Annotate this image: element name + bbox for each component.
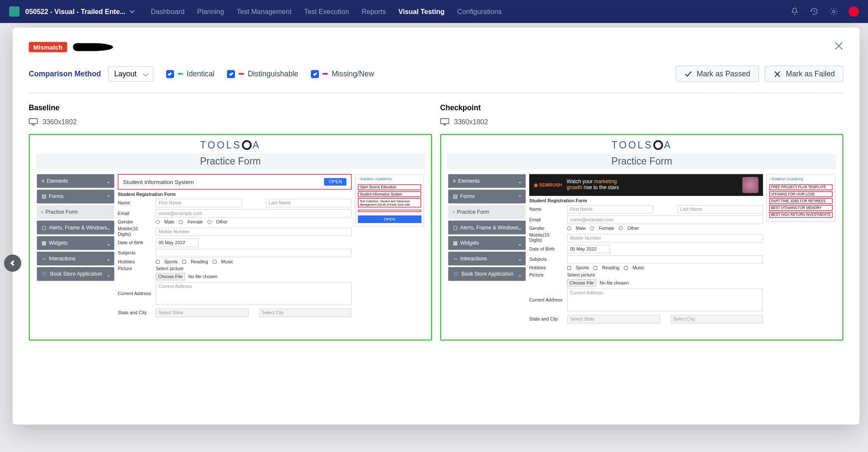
menu-elements: ≡ Elements⌄ — [37, 174, 114, 188]
menu-alerts: ▢ Alerts, Frame & Windows⌄ — [37, 220, 114, 234]
legend-identical[interactable]: Identical — [166, 70, 214, 78]
comparison-method-select[interactable]: Layout — [108, 66, 153, 82]
project-selector[interactable]: 050522 - Visual - Trailed Ente... — [25, 8, 126, 16]
mark-passed-button[interactable]: Mark as Passed — [675, 65, 759, 82]
nav-visual-testing[interactable]: Visual Testing — [399, 8, 445, 16]
check-icon — [684, 70, 692, 78]
nav-reports[interactable]: Reports — [362, 8, 386, 16]
svg-point-0 — [832, 10, 835, 12]
user-avatar[interactable] — [848, 6, 859, 17]
nav-test-management[interactable]: Test Management — [237, 8, 291, 16]
baseline-title: Baseline — [29, 103, 432, 112]
baseline-screenshot[interactable]: TOOLSA Practice Form ≡ Elements⌄ ▤ Forms… — [29, 134, 432, 341]
top-nav: 050522 - Visual - Trailed Ente... Dashbo… — [0, 0, 868, 23]
checkpoint-title: Checkpoint — [440, 103, 843, 112]
side-menu: ≡ Elements⌄ ▤ Forms⌃ ▫ Practice Form ▢ A… — [448, 174, 526, 325]
toolsqa-logo: TOOLSA — [30, 135, 431, 153]
legend-distinguishable[interactable]: Distinguishable — [227, 70, 298, 78]
comparison-method-label: Comparison Method — [29, 70, 101, 78]
diff-region-ad: Student Information System OPEN — [118, 174, 352, 190]
page-heading: Practice Form — [36, 153, 425, 170]
monitor-icon — [440, 118, 449, 126]
svg-rect-2 — [441, 119, 449, 124]
monitor-icon — [29, 118, 38, 126]
toolsqa-logo: TOOLSA — [441, 135, 843, 153]
nav-configurations[interactable]: Configurations — [457, 8, 502, 16]
right-ad-panel: ▫ Katalon Academy Open Source Education … — [355, 174, 424, 319]
page-heading: Practice Form — [447, 153, 837, 170]
menu-bookstore: 🛒 Book Store Application⌄ — [37, 267, 114, 281]
checkbox-icon — [227, 70, 235, 78]
menu-forms: ▤ Forms⌃ — [37, 190, 114, 204]
menu-interactions: ↔ Interactions⌄ — [37, 251, 114, 265]
color-swatch — [323, 73, 329, 75]
redacted-title — [73, 43, 113, 51]
prev-button[interactable] — [4, 254, 21, 272]
side-menu: ≡ Elements⌄ ▤ Forms⌃ ▫ Practice Form ▢ A… — [37, 174, 114, 319]
nav-dashboard[interactable]: Dashboard — [151, 8, 185, 16]
diff-region-ad: ◉ SEMRUSH Watch your marketinggrowth ris… — [529, 174, 763, 196]
nav-planning[interactable]: Planning — [197, 8, 224, 16]
baseline-resolution: 3360x1802 — [29, 118, 432, 126]
bell-icon[interactable] — [790, 7, 799, 16]
visual-compare-modal: Mismatch Comparison Method Layout Identi… — [13, 28, 860, 424]
svg-rect-1 — [29, 119, 38, 124]
form-header: Student Registration Form — [118, 192, 352, 197]
color-swatch — [239, 73, 245, 75]
checkpoint-resolution: 3360x1802 — [440, 118, 843, 126]
right-ad-panel: ▫ Katalon Academy FREE PROJECT PLAN TEMP… — [767, 174, 836, 325]
menu-practice-form: ▫ Practice Form — [37, 205, 114, 219]
status-badge: Mismatch — [29, 42, 67, 52]
checkpoint-screenshot[interactable]: TOOLSA Practice Form ≡ Elements⌄ ▤ Forms… — [440, 134, 843, 341]
checkpoint-pane: Checkpoint 3360x1802 TOOLSA Practice For… — [440, 103, 843, 341]
baseline-pane: Baseline 3360x1802 TOOLSA Practice Form … — [29, 103, 432, 341]
app-logo-icon — [9, 6, 20, 17]
chevron-down-icon[interactable] — [129, 8, 135, 14]
gear-icon[interactable] — [829, 7, 838, 16]
color-swatch — [177, 73, 183, 75]
history-icon[interactable] — [809, 7, 819, 16]
mark-failed-button[interactable]: Mark as Failed — [765, 65, 843, 82]
checkbox-icon — [311, 70, 319, 78]
menu-widgets: ▦ Widgets⌄ — [37, 236, 114, 250]
checkbox-icon — [166, 70, 174, 78]
x-icon — [773, 70, 781, 78]
close-button[interactable] — [834, 42, 843, 53]
nav-test-execution[interactable]: Test Execution — [304, 8, 349, 16]
legend-missing[interactable]: Missing/New — [311, 70, 374, 78]
